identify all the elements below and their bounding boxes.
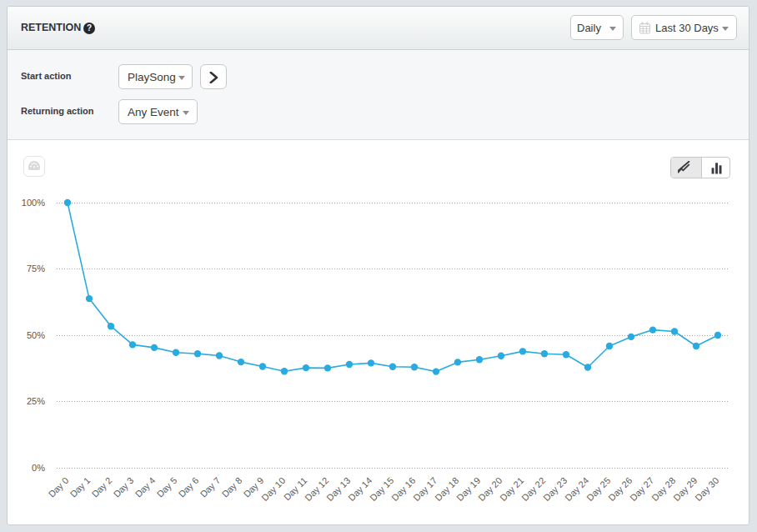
svg-text:Day 7: Day 7 <box>198 475 223 499</box>
svg-text:Day 1: Day 1 <box>68 475 93 499</box>
svg-text:50%: 50% <box>27 330 45 340</box>
svg-text:Day 30: Day 30 <box>693 475 720 503</box>
svg-text:Day 3: Day 3 <box>112 475 136 499</box>
svg-text:75%: 75% <box>27 263 45 274</box>
svg-text:Day 2: Day 2 <box>90 475 114 499</box>
svg-text:Day 8: Day 8 <box>220 475 244 499</box>
svg-text:Day 10: Day 10 <box>259 475 287 503</box>
svg-text:Day 4: Day 4 <box>133 475 158 499</box>
svg-text:0%: 0% <box>32 463 45 473</box>
svg-text:Day 0: Day 0 <box>47 475 71 499</box>
svg-text:Day 5: Day 5 <box>155 475 179 499</box>
svg-text:Day 6: Day 6 <box>177 475 201 499</box>
svg-text:100%: 100% <box>22 198 45 208</box>
svg-text:25%: 25% <box>27 396 45 406</box>
